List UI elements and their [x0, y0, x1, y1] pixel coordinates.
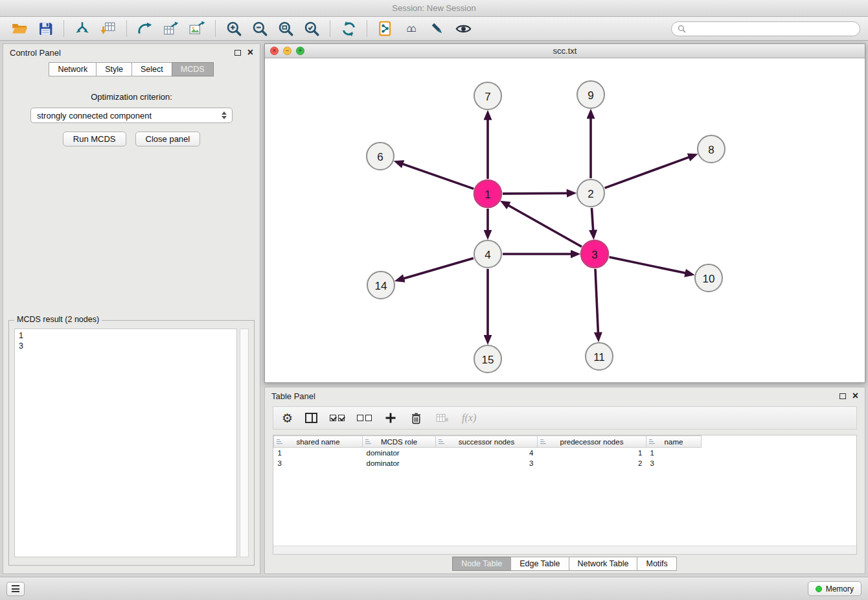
export-image-button[interactable] — [185, 18, 209, 39]
graph-node-8[interactable]: 8 — [698, 135, 725, 163]
graph-edge-3-1[interactable] — [508, 205, 582, 247]
svg-text:10: 10 — [703, 273, 715, 285]
criterion-dropdown[interactable]: strongly connected component — [30, 108, 233, 123]
select-all-rows-button[interactable] — [330, 409, 345, 427]
optimization-criterion-label: Optimization criterion: — [3, 92, 260, 102]
graph-edge-2-3[interactable] — [592, 208, 593, 231]
column-header-shared-name[interactable]: shared name — [274, 436, 363, 448]
column-header-name[interactable]: name — [646, 436, 702, 448]
close-panel-icon[interactable]: × — [852, 391, 858, 401]
close-panel-button[interactable]: Close panel — [135, 132, 201, 146]
tab-node-table[interactable]: Node Table — [452, 557, 511, 571]
network-overview-button[interactable] — [374, 18, 397, 39]
search-input[interactable] — [690, 24, 854, 33]
minimize-window-icon[interactable]: − — [283, 47, 291, 55]
table-settings-button[interactable]: ⚙ — [282, 409, 293, 427]
table-row[interactable]: 1dominator411 — [274, 448, 857, 458]
graph-node-2[interactable]: 2 — [577, 179, 604, 207]
graph-edge-4-14[interactable] — [404, 258, 474, 279]
graph-edge-1-2[interactable] — [503, 193, 567, 194]
tab-mcds[interactable]: MCDS — [172, 62, 214, 76]
columns-icon — [305, 413, 317, 423]
graph-node-10[interactable]: 10 — [695, 264, 722, 292]
tab-motifs[interactable]: Motifs — [637, 557, 676, 571]
svg-text:8: 8 — [708, 144, 714, 156]
add-column-button[interactable] — [384, 409, 397, 427]
select-all-icon — [330, 415, 345, 421]
export-network-button[interactable] — [133, 18, 157, 39]
home-button[interactable]: ⌂⌂ — [400, 18, 423, 39]
delete-table-icon — [435, 411, 450, 425]
graph-node-9[interactable]: 9 — [577, 81, 604, 108]
column-header-MCDS-role[interactable]: MCDS role — [363, 436, 436, 448]
svg-text:2: 2 — [588, 188, 593, 200]
show-hide-button[interactable] — [451, 18, 475, 39]
fx-icon: f(x) — [462, 412, 476, 424]
show-columns-button[interactable] — [305, 409, 317, 427]
zoom-in-button[interactable] — [222, 18, 246, 39]
control-panel: Control Panel × NetworkStyleSelectMCDS O… — [3, 43, 260, 574]
graph-node-14[interactable]: 14 — [367, 271, 394, 299]
tab-select[interactable]: Select — [131, 62, 172, 76]
tab-network[interactable]: Network — [49, 62, 97, 76]
node-table: shared nameMCDS rolesuccessor nodesprede… — [273, 435, 856, 468]
zoom-selected-button[interactable] — [300, 18, 323, 39]
main-area: Control Panel × NetworkStyleSelectMCDS O… — [0, 41, 868, 577]
tab-style[interactable]: Style — [96, 62, 132, 76]
table-row[interactable]: 3dominator323 — [274, 458, 857, 468]
zoom-fit-button[interactable] — [274, 18, 297, 39]
function-builder-button[interactable]: f(x) — [462, 409, 476, 427]
annotation-button[interactable] — [426, 18, 449, 39]
run-mcds-button[interactable]: Run MCDS — [63, 132, 126, 146]
graph-node-6[interactable]: 6 — [367, 143, 394, 170]
graph-node-7[interactable]: 7 — [474, 82, 501, 110]
task-history-button[interactable] — [6, 582, 25, 596]
float-panel-icon[interactable] — [234, 50, 241, 56]
toolbar-separator — [215, 20, 216, 37]
graph-edge-3-10[interactable] — [610, 257, 686, 273]
network-canvas[interactable]: 7968124314101511 — [265, 58, 865, 382]
delete-table-button[interactable] — [435, 409, 450, 427]
export-table-button[interactable] — [159, 18, 183, 39]
maximize-window-icon[interactable]: + — [296, 47, 304, 55]
save-icon — [38, 21, 54, 37]
tab-network-table[interactable]: Network Table — [569, 557, 638, 571]
column-header-predecessor-nodes[interactable]: predecessor nodes — [538, 436, 646, 448]
graph-node-1[interactable]: 1 — [474, 180, 501, 207]
float-panel-icon[interactable] — [839, 393, 846, 399]
graph-edge-1-6[interactable] — [402, 164, 474, 189]
scrollbar[interactable] — [240, 329, 249, 557]
import-table-button[interactable] — [97, 18, 120, 39]
open-session-button[interactable] — [8, 18, 31, 39]
table-panel-tabs: Node TableEdge TableNetwork TableMotifs — [265, 555, 865, 573]
deselect-all-rows-button[interactable] — [357, 409, 372, 427]
save-session-button[interactable] — [34, 18, 57, 39]
graph-node-11[interactable]: 11 — [586, 343, 613, 370]
graph-node-15[interactable]: 15 — [474, 345, 501, 373]
chevron-updown-icon — [219, 111, 229, 119]
import-table-icon — [100, 20, 117, 37]
network-graph[interactable]: 7968124314101511 — [265, 58, 865, 382]
close-panel-icon[interactable]: × — [247, 47, 253, 58]
delete-column-button[interactable] — [409, 409, 423, 427]
export-table-icon — [163, 20, 179, 37]
column-header-successor-nodes[interactable]: successor nodes — [436, 436, 538, 448]
graph-edge-2-8[interactable] — [605, 157, 690, 188]
zoom-in-icon — [225, 20, 242, 37]
graph-edge-3-11[interactable] — [595, 269, 598, 333]
memory-status-dot — [816, 586, 822, 592]
tab-edge-table[interactable]: Edge Table — [510, 557, 569, 571]
import-network-button[interactable] — [71, 18, 94, 39]
mcds-result-title: MCDS result (2 nodes) — [14, 315, 102, 324]
graph-node-4[interactable]: 4 — [474, 240, 501, 268]
graph-node-3[interactable]: 3 — [581, 240, 608, 268]
search-box — [671, 21, 860, 36]
apply-layout-button[interactable] — [337, 18, 360, 39]
memory-button[interactable]: Memory — [808, 581, 862, 596]
close-window-icon[interactable]: × — [270, 47, 279, 55]
pen-icon — [429, 21, 446, 37]
zoom-out-button[interactable] — [248, 18, 271, 39]
mcds-panel: Optimization criterion: strongly connect… — [3, 80, 260, 573]
toolbar-separator — [126, 20, 127, 37]
horizontal-scrollbar[interactable] — [273, 546, 856, 554]
